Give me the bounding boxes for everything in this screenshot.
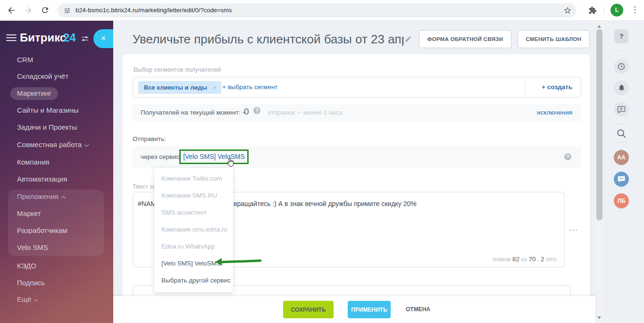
- back-icon[interactable]: [7, 6, 16, 15]
- exclusions-link[interactable]: исключения: [537, 109, 572, 116]
- via-service-label: через сервис: [141, 153, 179, 160]
- user-avatar[interactable]: ЛБ: [614, 193, 629, 208]
- extensions-icon[interactable]: [588, 6, 598, 16]
- add-segment-link[interactable]: + выбрать сегмент: [222, 83, 278, 91]
- chars-counter: знаков 82 из 70 , 2 sms: [493, 256, 557, 263]
- sidebar-item-company[interactable]: Компания: [17, 157, 50, 168]
- sidebar-item-market[interactable]: Маркет: [17, 208, 41, 219]
- hand-cursor-icon: [226, 157, 235, 168]
- more-options-icon[interactable]: ⋯: [569, 224, 578, 235]
- segment-tag[interactable]: Все клиенты и лиды ×: [138, 81, 221, 94]
- segment-box-divider: [525, 81, 526, 94]
- save-button[interactable]: СОХРАНИТЬ: [283, 301, 334, 318]
- segment-select-box: Все клиенты и лиды × + выбрать сегмент +…: [133, 77, 581, 98]
- browser-toolbar: b24-bsmo1c.bitrix24.ru/marketing/letter/…: [0, 0, 644, 21]
- bookmark-star-icon[interactable]: [563, 6, 572, 15]
- chevron-up-icon: [61, 196, 66, 201]
- chevron-down-icon: [84, 142, 89, 147]
- app-window: Битрикс 24 CRM Складской учёт Маркетинг …: [0, 21, 644, 323]
- time-tracking-icon[interactable]: [614, 59, 629, 74]
- sms-text-fragment-right: вращайтесь :) А в знак вечной дружбы при…: [234, 200, 417, 207]
- address-bar[interactable]: b24-bsmo1c.bitrix24.ru/marketing/letter/…: [58, 3, 577, 17]
- recipients-count-label: Получателей на текущий момент: ~: [141, 109, 246, 116]
- create-segment-link[interactable]: + создать: [542, 83, 572, 91]
- forward-icon[interactable]: [24, 6, 33, 15]
- sidebar-item-kedo[interactable]: КЭДО: [17, 260, 36, 272]
- help-button[interactable]: ?: [614, 29, 628, 43]
- recipients-help-icon[interactable]: ?: [253, 107, 260, 114]
- service-help-icon[interactable]: ?: [564, 153, 571, 160]
- sidebar-item-marketing[interactable]: Маркетинг: [17, 88, 51, 99]
- sidebar-item-apps[interactable]: Приложения: [17, 191, 65, 202]
- sending-time-note: отправка: ~ менее 1 часа: [268, 109, 343, 116]
- sidebar-item-tasks[interactable]: Задачи и Проекты: [17, 122, 77, 133]
- search-icon[interactable]: [616, 128, 627, 139]
- rail-divider: [615, 124, 628, 124]
- recipients-row: Получателей на текущий момент: ~ 0 ? отп…: [133, 104, 581, 122]
- dropdown-item-sms-assistant[interactable]: SMS-ассистент: [154, 204, 233, 221]
- apply-button[interactable]: ПРИМЕНИТЬ: [348, 301, 391, 318]
- sidebar-item-automation[interactable]: Автоматизация: [17, 174, 67, 185]
- segments-label: Выбор сегментов получателей: [134, 66, 221, 73]
- scroll-up-icon[interactable]: [597, 25, 601, 28]
- sidebar-item-velo-sms[interactable]: Velo SMS: [17, 242, 48, 253]
- logo-number: 24: [63, 31, 76, 44]
- remove-segment-icon[interactable]: ×: [213, 81, 217, 94]
- scrollbar-thumb[interactable]: [596, 29, 602, 220]
- rail-divider: [615, 50, 628, 51]
- rail-divider: [615, 142, 628, 143]
- dropdown-item-other-service[interactable]: Выбрать другой сервис: [154, 272, 233, 289]
- cancel-button[interactable]: ОТМЕНА: [406, 301, 430, 318]
- toolbar-divider: [604, 7, 604, 14]
- sidebar-item-collab[interactable]: Совместная работа: [17, 139, 88, 150]
- scroll-down-icon[interactable]: [597, 316, 601, 319]
- browser-menu-icon[interactable]: ⋮: [631, 5, 639, 15]
- sidebar-item-more[interactable]: Ещё: [17, 294, 37, 305]
- service-dropdown: Компания Twilio.com Компания SMS.RU SMS-…: [154, 168, 233, 292]
- dropdown-item-twilio[interactable]: Компания Twilio.com: [154, 170, 233, 187]
- logo-settings-icon[interactable]: [81, 35, 89, 42]
- edit-title-pencil-icon[interactable]: [405, 35, 412, 42]
- main-sidebar: Битрикс 24 CRM Складской учёт Маркетинг …: [0, 21, 113, 323]
- group-chat-icon[interactable]: [614, 172, 629, 187]
- hamburger-menu-icon[interactable]: [6, 34, 17, 43]
- change-template-button[interactable]: СМЕНИТЬ ШАБЛОН: [518, 30, 590, 48]
- selected-service-value[interactable]: [Velo SMS] VeloSMS: [179, 149, 249, 164]
- sidebar-item-sites[interactable]: Сайты и Магазины: [17, 105, 79, 116]
- sidebar-item-crm[interactable]: CRM: [17, 54, 33, 66]
- dropdown-item-smsru[interactable]: Компания SMS.RU: [154, 187, 233, 204]
- dropdown-item-edna[interactable]: Компания sms.edna.ru: [154, 221, 233, 238]
- refresh-icon[interactable]: [41, 6, 50, 15]
- site-settings-icon[interactable]: [64, 7, 71, 14]
- notifications-bell-icon[interactable]: [614, 80, 629, 95]
- sidebar-item-signature[interactable]: Подпись: [17, 277, 45, 289]
- logo-brand: Битрикс: [20, 31, 66, 44]
- recipients-count-value: 0: [244, 107, 249, 117]
- chevron-down-icon: [34, 298, 38, 301]
- url-text: b24-bsmo1c.bitrix24.ru/marketing/letter/…: [75, 7, 232, 14]
- browser-profile-avatar[interactable]: L: [611, 4, 623, 17]
- page-title: Увеличьте прибыль с клиентской базы от 2…: [133, 32, 404, 47]
- action-bar: СОХРАНИТЬ ПРИМЕНИТЬ ОТМЕНА: [113, 296, 595, 323]
- messenger-icon[interactable]: [614, 102, 629, 117]
- send-label: Отправить:: [133, 135, 166, 142]
- annotation-arrow-icon: [215, 257, 261, 265]
- sidebar-item-inventory[interactable]: Складской учёт: [17, 71, 68, 82]
- sms-text-fragment-left: #NAM: [138, 200, 156, 207]
- user-avatar[interactable]: AA: [614, 150, 629, 165]
- page-scrollbar[interactable]: [595, 21, 603, 323]
- sidebar-close-button[interactable]: ×: [93, 29, 113, 48]
- feedback-form-button[interactable]: ФОРМА ОБРАТНОЙ СВЯЗИ: [419, 30, 511, 48]
- sidebar-item-developers[interactable]: Разработчикам: [17, 225, 67, 236]
- dropdown-item-edna-whatsapp[interactable]: Edna.ru WhatsApp: [154, 238, 233, 255]
- close-icon: ×: [101, 33, 106, 43]
